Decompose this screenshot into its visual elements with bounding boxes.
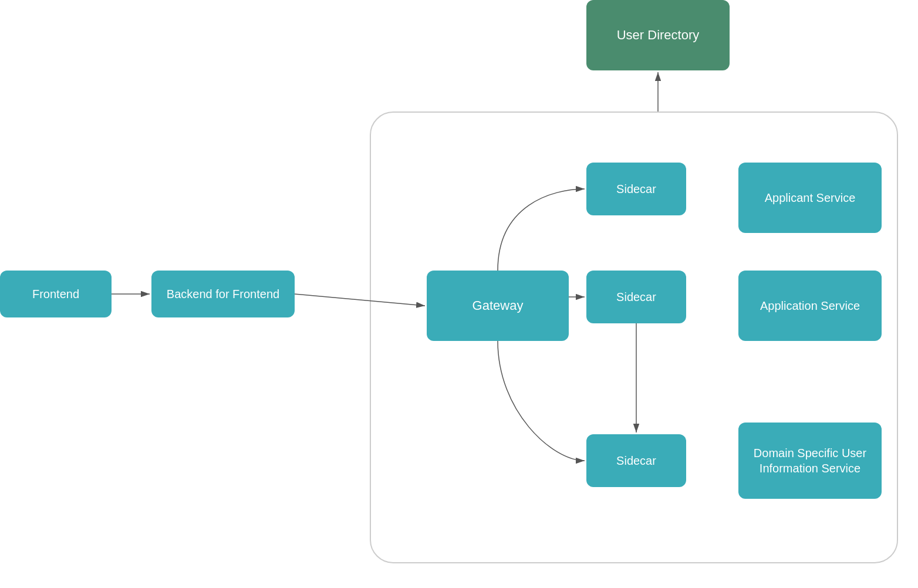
architecture-diagram: User Directory Frontend Backend for Fron… (0, 0, 918, 588)
sidecar-mid-node: Sidecar (586, 271, 686, 323)
user-directory-node: User Directory (586, 0, 730, 70)
domain-specific-service-node: Domain Specific User Information Service (738, 423, 882, 499)
sidecar-bot-node: Sidecar (586, 434, 686, 487)
applicant-service-node: Applicant Service (738, 163, 882, 233)
gateway-node: Gateway (427, 271, 569, 341)
application-service-node: Application Service (738, 271, 882, 341)
sidecar-top-node: Sidecar (586, 163, 686, 215)
frontend-node: Frontend (0, 271, 112, 317)
backend-for-frontend-node: Backend for Frontend (151, 271, 295, 317)
